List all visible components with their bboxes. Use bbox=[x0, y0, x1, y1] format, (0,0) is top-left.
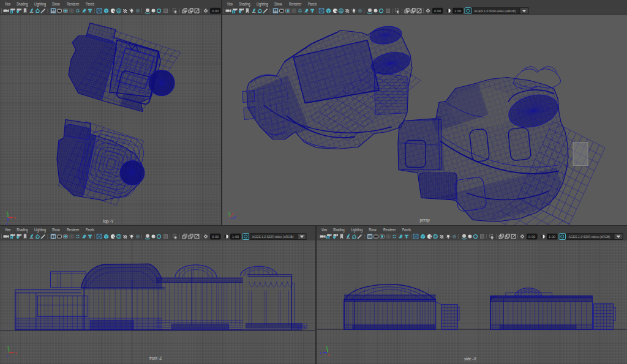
svg-text:1.00: 1.00 bbox=[549, 235, 555, 239]
svg-text:1.00: 1.00 bbox=[232, 235, 239, 239]
svg-text:Panels: Panels bbox=[402, 228, 411, 232]
svg-text:Panels: Panels bbox=[86, 2, 95, 6]
svg-text:ACES 1.0 SDR-video (sRGB): ACES 1.0 SDR-video (sRGB) bbox=[475, 9, 516, 12]
svg-text:z: z bbox=[7, 354, 9, 357]
svg-text:z: z bbox=[235, 215, 236, 218]
svg-text:B: B bbox=[327, 236, 329, 239]
svg-text:y: y bbox=[7, 210, 9, 214]
svg-text:ACES 1.0 SDR-video (sRGB): ACES 1.0 SDR-video (sRGB) bbox=[252, 234, 294, 238]
svg-text:y: y bbox=[326, 345, 328, 348]
svg-text:x: x bbox=[15, 216, 17, 219]
svg-text:z: z bbox=[7, 222, 9, 225]
svg-text:View: View bbox=[5, 2, 10, 6]
svg-text:Renderer: Renderer bbox=[289, 2, 302, 6]
svg-text:x: x bbox=[232, 212, 234, 215]
svg-text:Shading: Shading bbox=[17, 228, 28, 232]
svg-text:Lighting: Lighting bbox=[257, 2, 268, 7]
svg-text:Shading: Shading bbox=[333, 228, 345, 232]
svg-text:View: View bbox=[227, 2, 233, 6]
svg-text:Lighting: Lighting bbox=[34, 2, 46, 7]
svg-text:Shading: Shading bbox=[17, 2, 28, 7]
svg-text:ACES 1.0 SDR-video (sRGB): ACES 1.0 SDR-video (sRGB) bbox=[569, 234, 610, 238]
svg-text:View: View bbox=[321, 228, 327, 232]
svg-text:B: B bbox=[233, 10, 235, 13]
svg-text:Lighting: Lighting bbox=[351, 228, 362, 232]
svg-text:Show: Show bbox=[369, 228, 377, 232]
svg-text:x: x bbox=[15, 351, 17, 354]
svg-text:Renderer: Renderer bbox=[67, 228, 80, 232]
svg-text:x: x bbox=[328, 353, 330, 356]
svg-text:Lighting: Lighting bbox=[34, 228, 46, 232]
svg-text:B: B bbox=[10, 10, 12, 13]
svg-text:B: B bbox=[10, 236, 12, 239]
svg-text:Show: Show bbox=[52, 228, 60, 232]
svg-text:y: y bbox=[7, 345, 9, 348]
svg-text:Panels: Panels bbox=[86, 228, 95, 232]
svg-text:Show: Show bbox=[52, 2, 60, 6]
svg-text:Renderer: Renderer bbox=[383, 228, 396, 232]
svg-text:0.00: 0.00 bbox=[434, 9, 441, 13]
svg-text:Shading: Shading bbox=[239, 2, 250, 7]
svg-text:y: y bbox=[228, 211, 230, 214]
svg-text:Renderer: Renderer bbox=[67, 2, 80, 6]
svg-text:Show: Show bbox=[274, 2, 282, 6]
svg-text:0.00: 0.00 bbox=[528, 235, 535, 239]
svg-text:Panels: Panels bbox=[308, 2, 317, 6]
svg-text:1.00: 1.00 bbox=[454, 9, 461, 13]
svg-text:0.00: 0.00 bbox=[212, 9, 219, 13]
svg-text:z: z bbox=[320, 351, 322, 354]
svg-text:View: View bbox=[5, 228, 10, 232]
svg-text:0.00: 0.00 bbox=[212, 235, 219, 239]
